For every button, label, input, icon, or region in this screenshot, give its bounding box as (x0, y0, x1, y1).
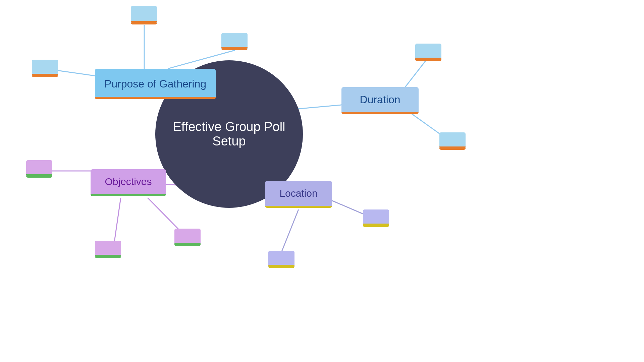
location-node[interactable]: Location (265, 181, 332, 208)
objectives-label: Objectives (105, 176, 152, 187)
svg-line-12 (282, 209, 299, 251)
purpose-node[interactable]: Purpose of Gathering (95, 69, 216, 99)
small-node-s4 (415, 44, 441, 61)
small-node-s2 (221, 33, 248, 50)
duration-node[interactable]: Duration (341, 87, 419, 114)
svg-line-5 (402, 60, 426, 90)
small-node-s3 (32, 60, 58, 77)
objectives-node[interactable]: Objectives (91, 169, 166, 196)
small-node-s5 (439, 132, 466, 150)
small-node-s10 (363, 209, 389, 227)
small-node-s9 (268, 251, 294, 268)
svg-line-9 (114, 198, 121, 244)
location-label: Location (279, 188, 317, 199)
small-node-s6 (26, 160, 52, 178)
center-label: Effective Group Poll Setup (155, 120, 303, 148)
small-node-s1 (131, 6, 157, 24)
duration-label: Duration (360, 94, 400, 106)
small-node-s8 (174, 229, 201, 246)
small-node-s7 (95, 241, 121, 258)
purpose-label: Purpose of Gathering (104, 78, 206, 90)
